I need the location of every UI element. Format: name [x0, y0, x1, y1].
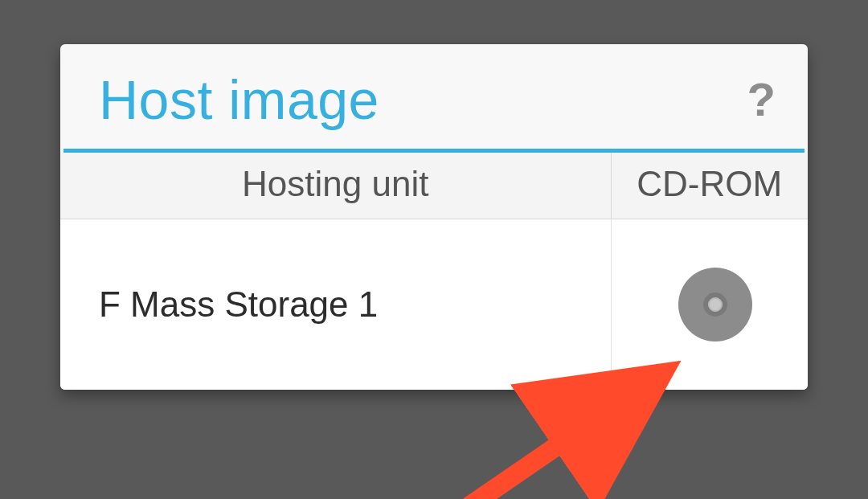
cd-rom-radio[interactable]: [678, 268, 752, 342]
radio-inner-icon: [703, 292, 727, 317]
dialog-title: Host image: [99, 68, 379, 131]
cd-rom-cell: [611, 219, 808, 391]
column-header-cd-rom: CD-ROM: [611, 153, 808, 219]
svg-line-1: [465, 382, 649, 499]
host-image-dialog: Host image ? Hosting unit CD-ROM F Mass …: [60, 44, 808, 390]
table-row: F Mass Storage 1: [60, 219, 808, 391]
hosting-unit-cell: F Mass Storage 1: [60, 219, 611, 391]
hosting-table: Hosting unit CD-ROM F Mass Storage 1: [60, 153, 808, 390]
column-header-hosting-unit: Hosting unit: [60, 153, 611, 219]
dialog-header: Host image ?: [60, 44, 808, 149]
help-icon[interactable]: ?: [747, 76, 776, 123]
